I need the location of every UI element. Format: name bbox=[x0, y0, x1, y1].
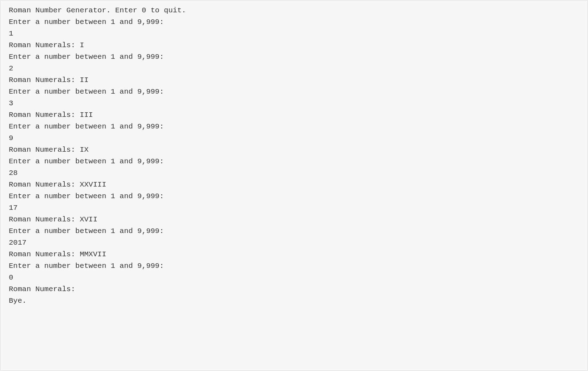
console-line: Roman Numerals: XXVIII bbox=[9, 179, 579, 190]
console-line: 9 bbox=[9, 132, 579, 144]
console-line: Enter a number between 1 and 9,999: bbox=[9, 190, 579, 202]
console-line: Roman Numerals: IX bbox=[9, 144, 579, 156]
console-line: 3 bbox=[9, 98, 579, 109]
console-line: 17 bbox=[9, 202, 579, 214]
console-line: 2017 bbox=[9, 237, 579, 249]
console-line: Enter a number between 1 and 9,999: bbox=[9, 225, 579, 237]
console-line: 2 bbox=[9, 63, 579, 74]
console-line: 28 bbox=[9, 167, 579, 179]
console-line: Roman Numerals: MMXVII bbox=[9, 249, 579, 260]
console-line: Roman Numerals: I bbox=[9, 39, 579, 51]
console-line: Roman Numerals: III bbox=[9, 109, 579, 121]
console-line: Roman Number Generator. Enter 0 to quit. bbox=[9, 5, 579, 16]
console-line: Enter a number between 1 and 9,999: bbox=[9, 86, 579, 98]
console-line: Roman Numerals: II bbox=[9, 74, 579, 86]
console-line: Enter a number between 1 and 9,999: bbox=[9, 16, 579, 28]
console-line: Enter a number between 1 and 9,999: bbox=[9, 51, 579, 63]
console-line: Enter a number between 1 and 9,999: bbox=[9, 121, 579, 132]
console-line: Bye. bbox=[9, 295, 579, 307]
console-line: Enter a number between 1 and 9,999: bbox=[9, 156, 579, 167]
console-line: 1 bbox=[9, 28, 579, 39]
console-line: 0 bbox=[9, 272, 579, 283]
console-output: Roman Number Generator. Enter 0 to quit.… bbox=[0, 0, 588, 371]
console-line: Enter a number between 1 and 9,999: bbox=[9, 260, 579, 272]
console-line: Roman Numerals: bbox=[9, 283, 579, 295]
console-line: Roman Numerals: XVII bbox=[9, 214, 579, 225]
